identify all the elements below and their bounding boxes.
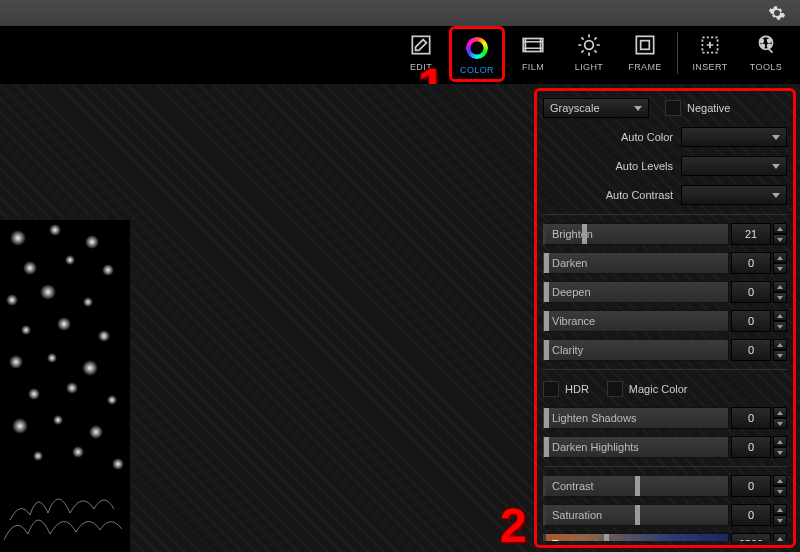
hdr-label: HDR	[565, 383, 589, 395]
settings-button[interactable]	[768, 4, 786, 22]
slider-contrast[interactable]: Contrast 0	[541, 473, 789, 499]
slider-value[interactable]: 6500	[731, 533, 771, 541]
color-mode-value: Grayscale	[550, 102, 600, 114]
chevron-down-icon	[772, 193, 780, 198]
preview-image	[0, 220, 130, 552]
toolbar-insert[interactable]: INSERT	[682, 26, 738, 82]
film-icon	[520, 32, 546, 58]
svg-rect-4	[641, 41, 650, 50]
svg-point-9	[761, 44, 764, 47]
stepper[interactable]	[773, 339, 787, 361]
slider-value[interactable]: 0	[731, 339, 771, 361]
auto-levels-label: Auto Levels	[543, 160, 681, 172]
toolbar-frame[interactable]: FRAME	[617, 26, 673, 82]
slider-value[interactable]: 0	[731, 475, 771, 497]
toolbar-light[interactable]: LIGHT	[561, 26, 617, 82]
slider-value[interactable]: 0	[731, 407, 771, 429]
svg-point-14	[85, 235, 99, 249]
color-mode-dropdown[interactable]: Grayscale	[543, 98, 649, 118]
svg-point-8	[768, 39, 771, 42]
auto-levels-dropdown[interactable]	[681, 156, 787, 176]
toolbar-film[interactable]: FILM	[505, 26, 561, 82]
magic-color-checkbox[interactable]	[607, 381, 623, 397]
chevron-down-icon	[634, 106, 642, 111]
negative-label: Negative	[687, 102, 730, 114]
negative-checkbox[interactable]	[665, 100, 681, 116]
svg-rect-3	[636, 36, 653, 53]
frame-icon	[632, 32, 658, 58]
slider-value[interactable]: 0	[731, 310, 771, 332]
svg-point-15	[23, 261, 37, 275]
gear-icon	[768, 4, 786, 22]
svg-point-10	[768, 44, 771, 47]
slider-temperature[interactable]: Temperature 6500	[541, 531, 789, 541]
slider-lighten-shadows[interactable]: Lighten Shadows 0	[541, 405, 789, 431]
svg-point-2	[585, 41, 594, 50]
slider-darken[interactable]: Darken 0	[541, 250, 789, 276]
slider-value[interactable]: 0	[731, 436, 771, 458]
slider-clarity[interactable]: Clarity 0	[541, 337, 789, 363]
stepper[interactable]	[773, 310, 787, 332]
chevron-down-icon	[772, 164, 780, 169]
svg-point-23	[98, 330, 110, 342]
auto-contrast-dropdown[interactable]	[681, 185, 787, 205]
slider-value[interactable]: 0	[731, 281, 771, 303]
svg-point-18	[6, 294, 18, 306]
toolbar-tools[interactable]: TOOLS	[738, 26, 794, 82]
stepper[interactable]	[773, 475, 787, 497]
stepper[interactable]	[773, 281, 787, 303]
svg-point-33	[33, 451, 43, 461]
auto-contrast-label: Auto Contrast	[543, 189, 681, 201]
color-ring-icon	[464, 35, 490, 61]
toolbar-color[interactable]: COLOR	[449, 26, 505, 82]
slider-value[interactable]: 21	[731, 223, 771, 245]
chevron-down-icon	[772, 135, 780, 140]
color-panel-highlight: Grayscale Negative Auto Color Auto Level…	[534, 88, 796, 548]
slider-deepen[interactable]: Deepen 0	[541, 279, 789, 305]
svg-point-13	[49, 224, 61, 236]
hdr-checkbox[interactable]	[543, 381, 559, 397]
slider-darken-highlights[interactable]: Darken Highlights 0	[541, 434, 789, 460]
magic-color-label: Magic Color	[629, 383, 688, 395]
svg-point-27	[28, 388, 40, 400]
slider-saturation[interactable]: Saturation 0	[541, 502, 789, 528]
svg-point-20	[83, 297, 93, 307]
divider	[543, 466, 787, 467]
edit-icon	[408, 32, 434, 58]
svg-point-16	[65, 255, 75, 265]
svg-point-19	[40, 284, 56, 300]
divider	[543, 214, 787, 215]
slider-value[interactable]: 0	[731, 504, 771, 526]
svg-point-35	[112, 458, 124, 470]
svg-point-17	[102, 264, 114, 276]
stepper[interactable]	[773, 407, 787, 429]
slider-value[interactable]: 0	[731, 252, 771, 274]
light-icon	[576, 32, 602, 58]
auto-color-label: Auto Color	[543, 131, 681, 143]
image-preview[interactable]	[0, 220, 130, 552]
auto-color-dropdown[interactable]	[681, 127, 787, 147]
svg-point-28	[66, 382, 78, 394]
svg-point-26	[82, 360, 98, 376]
stepper[interactable]	[773, 223, 787, 245]
svg-point-32	[89, 425, 103, 439]
slider-brighten[interactable]: Brighten 21	[541, 221, 789, 247]
stepper[interactable]	[773, 252, 787, 274]
stepper[interactable]	[773, 436, 787, 458]
toolbar-separator	[677, 32, 678, 74]
annotation-two: 2	[500, 498, 527, 552]
svg-point-25	[47, 353, 57, 363]
svg-point-7	[760, 39, 763, 42]
title-bar	[0, 0, 800, 26]
stepper[interactable]	[773, 533, 787, 541]
svg-point-29	[107, 395, 117, 405]
svg-point-30	[12, 418, 28, 434]
insert-icon	[697, 32, 723, 58]
svg-point-24	[9, 355, 23, 369]
divider	[543, 369, 787, 370]
slider-vibrance[interactable]: Vibrance 0	[541, 308, 789, 334]
svg-point-34	[72, 446, 84, 458]
stepper[interactable]	[773, 504, 787, 526]
svg-point-22	[57, 317, 71, 331]
tools-icon	[753, 32, 779, 58]
